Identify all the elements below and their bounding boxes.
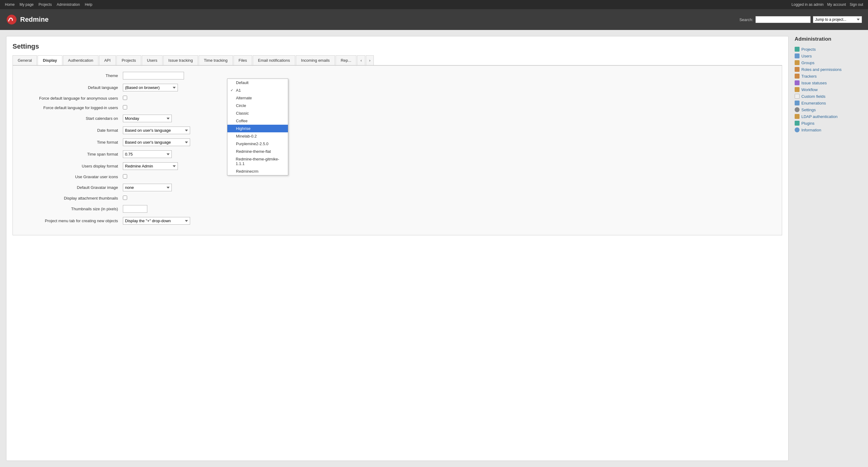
project-menu-select[interactable]: Display the "+" drop-down xyxy=(123,217,190,225)
force-logged-row: Force default language for logged-in use… xyxy=(19,105,776,110)
users-display-control: Redmine Admin xyxy=(123,162,776,170)
site-header: Redmine Search: Jump to a project... xyxy=(0,9,868,30)
search-label: Search: xyxy=(739,18,753,22)
nav-home[interactable]: Home xyxy=(5,2,15,7)
attachment-checkbox[interactable] xyxy=(123,196,127,200)
search-area: Search: Jump to a project... xyxy=(739,16,862,23)
settings-icon xyxy=(795,107,800,112)
tab-nav-prev[interactable]: ‹ xyxy=(357,55,365,65)
tab-issue-tracking[interactable]: Issue tracking xyxy=(163,55,198,65)
theme-input[interactable]: Highrise xyxy=(123,72,184,80)
logged-in-text: Logged in as admin xyxy=(792,2,824,7)
site-title: Redmine xyxy=(20,15,49,24)
attachment-control xyxy=(123,196,776,201)
theme-dropdown: Default ✓ A1 Alternate Circle xyxy=(227,79,288,176)
svg-point-0 xyxy=(7,15,17,25)
main-layout: Settings General Display Authentication … xyxy=(0,30,868,467)
my-account-link[interactable]: My account xyxy=(827,2,846,7)
theme-option-coffee[interactable]: Coffee xyxy=(227,117,288,125)
theme-option-highrise[interactable]: Highrise xyxy=(227,125,288,132)
users-display-label: Users display format xyxy=(19,164,123,168)
force-logged-label: Force default language for logged-in use… xyxy=(19,105,123,110)
theme-option-classic[interactable]: Classic xyxy=(227,110,288,117)
tab-users[interactable]: Users xyxy=(142,55,163,65)
date-format-row: Date format Based on user's language xyxy=(19,127,776,134)
theme-option-redminecrm[interactable]: Redminecrm xyxy=(227,167,288,175)
tab-time-tracking[interactable]: Time tracking xyxy=(199,55,233,65)
start-calendars-select[interactable]: Monday xyxy=(123,115,172,122)
force-logged-control xyxy=(123,105,776,110)
page-title: Settings xyxy=(12,42,782,51)
tab-general[interactable]: General xyxy=(12,55,37,65)
users-display-row: Users display format Redmine Admin xyxy=(19,162,776,170)
theme-option-minelab[interactable]: Minelab-0.2 xyxy=(227,132,288,140)
time-span-select[interactable]: 0.75 xyxy=(123,150,172,158)
customfields-icon xyxy=(795,94,800,99)
nav-administration[interactable]: Administration xyxy=(57,2,80,7)
tab-projects[interactable]: Projects xyxy=(117,55,141,65)
tab-authentication[interactable]: Authentication xyxy=(63,55,98,65)
force-logged-checkbox[interactable] xyxy=(123,105,127,110)
nav-projects[interactable]: Projects xyxy=(38,2,52,7)
default-language-label: Default language xyxy=(19,85,123,90)
project-menu-row: Project menu tab for creating new object… xyxy=(19,217,776,225)
sidebar-item-roles[interactable]: Roles and permissions xyxy=(795,66,862,73)
thumbnails-size-input[interactable]: 100 xyxy=(123,205,147,213)
sidebar-item-settings[interactable]: Settings xyxy=(795,106,862,113)
sidebar-item-custom-fields[interactable]: Custom fields xyxy=(795,93,862,100)
theme-option-circle[interactable]: Circle xyxy=(227,102,288,110)
date-format-select[interactable]: Based on user's language xyxy=(123,127,190,134)
force-anon-control xyxy=(123,96,776,101)
sidebar-item-issue-statuses[interactable]: Issue statuses xyxy=(795,80,862,86)
tab-api[interactable]: API xyxy=(99,55,116,65)
gravatar-image-select[interactable]: none xyxy=(123,184,172,191)
tab-files[interactable]: Files xyxy=(234,55,252,65)
default-language-select[interactable]: (Based on browser) xyxy=(123,84,178,91)
theme-option-flat[interactable]: Redmine-theme-flat xyxy=(227,148,288,155)
theme-option-default[interactable]: Default xyxy=(227,79,288,87)
time-format-select[interactable]: Based on user's language xyxy=(123,138,190,146)
search-input[interactable] xyxy=(755,16,810,23)
default-language-control: (Based on browser) xyxy=(123,84,776,91)
time-span-row: Time span format 0.75 xyxy=(19,150,776,158)
start-calendars-control: Monday xyxy=(123,115,776,122)
theme-row: Theme Highrise Default ✓ A1 xyxy=(19,72,776,80)
top-nav-links: Home My page Projects Administration Hel… xyxy=(5,2,92,7)
sidebar-item-projects[interactable]: Projects xyxy=(795,46,862,53)
sidebar-item-groups[interactable]: Groups xyxy=(795,59,862,66)
project-menu-label: Project menu tab for creating new object… xyxy=(19,219,123,223)
sidebar-item-plugins[interactable]: Plugins xyxy=(795,120,862,127)
roles-icon xyxy=(795,67,800,72)
tab-nav-next[interactable]: › xyxy=(366,55,374,65)
nav-mypage[interactable]: My page xyxy=(20,2,34,7)
sidebar-item-information[interactable]: Information xyxy=(795,127,862,133)
statuses-icon xyxy=(795,81,800,85)
tab-rep[interactable]: Rep... xyxy=(336,55,357,65)
gravatar-label: Use Gravatar user icons xyxy=(19,175,123,179)
users-display-select[interactable]: Redmine Admin xyxy=(123,162,178,170)
theme-option-alternate[interactable]: Alternate xyxy=(227,94,288,102)
sidebar-item-enumerations[interactable]: Enumerations xyxy=(795,100,862,106)
sidebar-item-trackers[interactable]: Trackers xyxy=(795,73,862,80)
sidebar-item-users[interactable]: Users xyxy=(795,53,862,59)
tab-incoming-emails[interactable]: Incoming emails xyxy=(296,55,335,65)
project-jump-select[interactable]: Jump to a project... xyxy=(813,16,862,23)
theme-option-gitmike[interactable]: Redmine-theme-gitmike-1.1.1 xyxy=(227,155,288,167)
theme-label: Theme xyxy=(19,73,123,78)
sign-out-link[interactable]: Sign out xyxy=(850,2,863,7)
thumbnails-size-control: 100 xyxy=(123,205,776,213)
force-anon-checkbox[interactable] xyxy=(123,96,127,100)
content-area: Settings General Display Authentication … xyxy=(6,36,788,461)
sidebar-item-workflow[interactable]: Workflow xyxy=(795,86,862,93)
tab-display[interactable]: Display xyxy=(38,55,62,65)
sidebar-item-ldap[interactable]: LDAP authentication xyxy=(795,113,862,120)
theme-option-purplemine[interactable]: Purplemine2-2.5.0 xyxy=(227,140,288,148)
force-anon-label: Force default language for anonymous use… xyxy=(19,96,123,100)
gravatar-checkbox[interactable] xyxy=(123,174,127,179)
top-navigation: Home My page Projects Administration Hel… xyxy=(0,0,868,9)
theme-option-a1[interactable]: ✓ A1 xyxy=(227,87,288,94)
gravatar-control xyxy=(123,174,776,179)
tab-email-notifications[interactable]: Email notifications xyxy=(253,55,295,65)
nav-help[interactable]: Help xyxy=(85,2,92,7)
gravatar-image-control: none xyxy=(123,184,776,191)
